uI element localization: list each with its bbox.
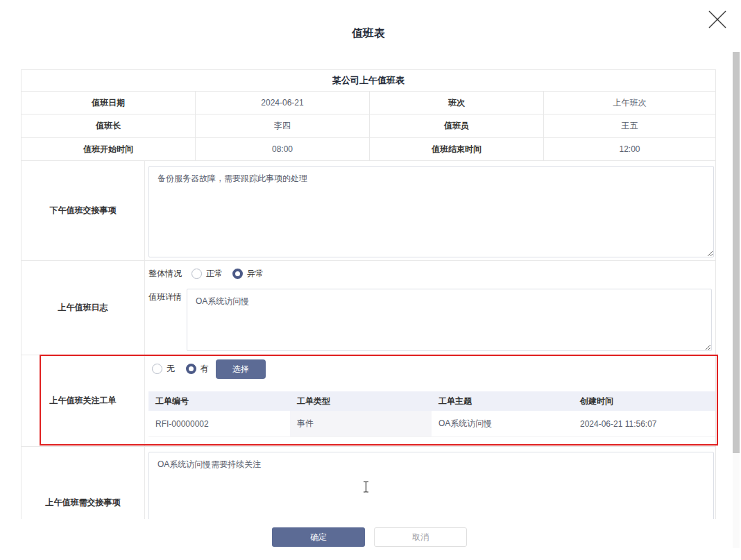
duty-member-value: 王五	[544, 114, 715, 137]
radio-have-icon	[186, 364, 196, 374]
radio-normal[interactable]: 正常	[191, 268, 223, 280]
scrollbar-track[interactable]	[733, 52, 740, 548]
overall-status-label: 整体情况	[148, 268, 182, 280]
page-title: 值班表	[0, 26, 737, 41]
start-time-value: 08:00	[196, 138, 370, 160]
table-row: 值班长 李四 值班员 王五	[22, 114, 715, 138]
ticket-created-cell: 2024-06-21 11:56:07	[573, 419, 715, 429]
confirm-button[interactable]: 确定	[272, 527, 365, 547]
table-title: 某公司上午值班表	[22, 70, 715, 92]
radio-normal-label: 正常	[206, 268, 223, 280]
radio-abnormal[interactable]: 异常	[232, 268, 264, 280]
end-time-label: 值班结束时间	[370, 138, 544, 160]
shift-label: 班次	[370, 92, 544, 114]
ticket-type-header: 工单类型	[290, 396, 432, 407]
afternoon-handover-label: 下午值班交接事项	[22, 161, 145, 260]
ticket-id-header: 工单编号	[148, 396, 290, 407]
ticket-table-row: RFI-00000002 事件 OA系统访问慢 2024-06-21 11:56…	[148, 411, 715, 437]
scrollbar-thumb[interactable]	[733, 52, 740, 453]
radio-none-icon	[152, 364, 162, 374]
radio-have-label: 有	[201, 363, 209, 375]
duty-leader-value: 李四	[196, 114, 370, 137]
radio-none[interactable]: 无	[152, 363, 175, 375]
morning-handover-label: 上午值班需交接事项	[22, 447, 145, 519]
duty-date-label: 值班日期	[22, 92, 196, 114]
table-row: 值班日期 2024-06-21 班次 上午班次	[22, 92, 715, 114]
duty-date-value: 2024-06-21	[196, 92, 370, 114]
start-time-label: 值班开始时间	[22, 138, 196, 160]
ticket-subject-cell: OA系统访问慢	[432, 418, 573, 430]
radio-normal-icon	[191, 269, 202, 279]
select-ticket-button[interactable]: 选择	[216, 359, 266, 379]
ticket-type-cell: 事件	[290, 411, 432, 436]
table-row: 值班开始时间 08:00 值班结束时间 12:00	[22, 138, 715, 161]
radio-have[interactable]: 有	[186, 363, 209, 375]
radio-none-label: 无	[167, 363, 175, 375]
cancel-button[interactable]: 取消	[374, 527, 467, 547]
afternoon-handover-textarea[interactable]: 备份服务器故障，需要跟踪此事项的处理	[148, 166, 714, 257]
shift-value: 上午班次	[544, 92, 715, 114]
duty-detail-label: 值班详情	[148, 291, 182, 303]
afternoon-handover-row: 下午值班交接事项 备份服务器故障，需要跟踪此事项的处理	[22, 161, 715, 261]
morning-handover-row: 上午值班需交接事项 OA系统访问慢需要持续关注	[22, 447, 715, 519]
radio-abnormal-label: 异常	[247, 268, 264, 280]
ticket-subject-header: 工单主题	[432, 396, 573, 407]
ticket-id-cell: RFI-00000002	[148, 419, 290, 429]
duty-leader-label: 值班长	[22, 114, 196, 137]
duty-member-label: 值班员	[370, 114, 544, 137]
morning-log-row: 上午值班日志 整体情况 正常 异常 值班详情 OA系统访问慢	[22, 261, 715, 355]
duty-detail-textarea[interactable]: OA系统访问慢	[187, 289, 712, 351]
morning-handover-textarea[interactable]: OA系统访问慢需要持续关注	[148, 452, 714, 519]
ticket-created-header: 创建时间	[573, 396, 715, 407]
close-button[interactable]	[702, 4, 733, 35]
dialog-footer: 确定 取消	[0, 527, 739, 547]
radio-abnormal-icon	[232, 269, 243, 279]
close-icon	[704, 6, 731, 33]
focus-tickets-row: 上午值班关注工单 无 有 选择 工单编号 工单类型 工单主题 创建时间	[22, 355, 715, 447]
duty-schedule-table: 某公司上午值班表 值班日期 2024-06-21 班次 上午班次 值班长 李四 …	[21, 69, 716, 519]
ticket-table-header: 工单编号 工单类型 工单主题 创建时间	[148, 391, 715, 411]
ticket-table: 工单编号 工单类型 工单主题 创建时间 RFI-00000002 事件 OA系统…	[148, 391, 715, 437]
focus-tickets-label: 上午值班关注工单	[22, 355, 145, 446]
end-time-value: 12:00	[544, 138, 715, 160]
morning-log-label: 上午值班日志	[22, 261, 145, 355]
